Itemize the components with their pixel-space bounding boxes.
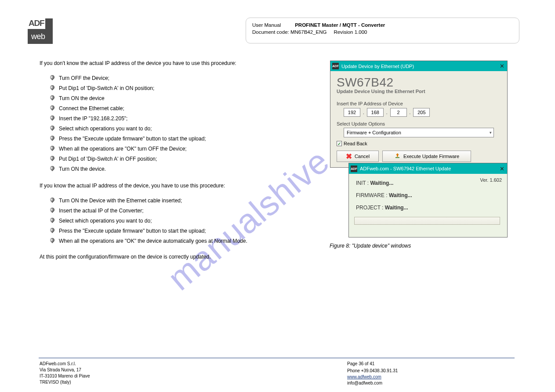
list-item: Turn ON the device bbox=[50, 94, 321, 102]
list-item: Connect the Ethernet cable; bbox=[50, 104, 321, 112]
app-icon: ADF bbox=[351, 165, 357, 172]
footer-address3: TREVISO (Italy) bbox=[40, 379, 90, 385]
list-item: Insert the actual IP of the Converter; bbox=[50, 207, 321, 215]
footer-phone: Phone +39.0438.30.91.31 bbox=[347, 368, 398, 374]
dot-icon: . bbox=[363, 110, 364, 115]
header-infobox: User Manual PROFINET Master / MQTT - Con… bbox=[246, 18, 519, 43]
app-icon: ADF bbox=[332, 63, 339, 69]
header-rev-label: Revision bbox=[334, 29, 353, 35]
status-line: FIRMWARE : Waiting... bbox=[356, 192, 502, 198]
list-item: Press the "Execute update firmware" butt… bbox=[50, 135, 321, 143]
ip-octet-4[interactable] bbox=[413, 108, 430, 117]
intro-p2: At this point the configuration/firmware… bbox=[40, 253, 321, 261]
footer-right: Page 36 of 41 Phone +39.0438.30.91.31 ww… bbox=[347, 361, 398, 386]
dialog2-title: ADFweb.com - SW67942 Ethernet Update bbox=[360, 166, 451, 171]
list-item: Turn OFF the Device; bbox=[50, 74, 321, 82]
cancel-label: Cancel bbox=[355, 154, 370, 159]
steps-list-a: Turn OFF the Device;Put Dip1 of 'Dip-Swi… bbox=[50, 74, 321, 173]
page-number: Page 36 of 41 bbox=[347, 361, 374, 367]
select-label: Select Update Options bbox=[337, 121, 501, 126]
list-item: Put Dip1 of 'Dip-Switch A' in ON positio… bbox=[50, 84, 321, 92]
update-options-select[interactable]: Firmware + Configuration ▾ bbox=[344, 128, 494, 137]
ip-octet-2[interactable] bbox=[367, 108, 384, 117]
list-item: Select which operations you want to do; bbox=[50, 217, 321, 225]
logo-text-top: ADF bbox=[29, 18, 44, 28]
footer-left: ADFweb.com S.r.l. Via Strada Nuova, 17 I… bbox=[40, 361, 90, 385]
footer-website-link[interactable]: www.adfweb.com bbox=[347, 374, 381, 379]
dot-icon: . bbox=[410, 110, 411, 115]
cancel-button[interactable]: ✖ Cancel bbox=[337, 151, 379, 162]
intro-p1a: If you don't know the actual IP address … bbox=[40, 59, 321, 67]
logo-text-bottom: web bbox=[31, 32, 45, 41]
header-doccode-val: MN67B42_ENG bbox=[290, 29, 326, 35]
figure-caption: Figure 8: "Update device" windows bbox=[330, 243, 411, 249]
readback-checkbox[interactable]: ✓ bbox=[337, 141, 342, 146]
update-device-dialog: ADF Update Device by Ethernet (UDP) ✕ SW… bbox=[330, 61, 508, 168]
header-product: PROFINET Master / MQTT - Converter bbox=[295, 22, 385, 28]
dialog1-title: Update Device by Ethernet (UDP) bbox=[341, 64, 414, 69]
logo: ADF web bbox=[28, 18, 53, 44]
execute-update-button[interactable]: Execute Update Firmware bbox=[382, 151, 471, 162]
ethernet-update-dialog: ADF ADFweb.com - SW67942 Ethernet Update… bbox=[348, 163, 508, 237]
upload-icon bbox=[394, 152, 401, 160]
footer-divider bbox=[39, 358, 515, 358]
intro-p1b: If you know the actual IP address of the… bbox=[40, 182, 321, 190]
list-item: Press the "Execute update firmware" butt… bbox=[50, 227, 321, 235]
list-item: Turn ON the device. bbox=[50, 165, 321, 173]
header-doccode-label: Document code: bbox=[252, 29, 289, 35]
close-icon[interactable]: ✕ bbox=[500, 63, 504, 69]
header-rev-val: 1.000 bbox=[355, 29, 367, 35]
footer-company: ADFweb.com S.r.l. bbox=[40, 361, 90, 367]
version-label: Ver. 1.602 bbox=[480, 177, 502, 183]
list-item: When all the operations are "OK" the dev… bbox=[50, 237, 321, 245]
cancel-icon: ✖ bbox=[346, 152, 352, 161]
ip-octet-1[interactable] bbox=[344, 108, 360, 117]
header-line1: User Manual bbox=[252, 22, 281, 28]
ip-label: Insert the IP Address of Device bbox=[337, 101, 501, 106]
close-icon[interactable]: ✕ bbox=[500, 165, 504, 172]
dialog1-subheading: Update Device Using the Ethernet Port bbox=[337, 89, 501, 94]
progress-bar bbox=[354, 217, 500, 225]
ip-row: . . . bbox=[344, 108, 501, 117]
dot-icon: . bbox=[386, 110, 388, 115]
svg-rect-0 bbox=[395, 157, 399, 158]
list-item: Put Dip1 of 'Dip-Switch A' in OFF positi… bbox=[50, 155, 321, 163]
list-item: Turn ON the Device with the Ethernet cab… bbox=[50, 197, 321, 205]
footer-email: info@adfweb.com bbox=[347, 380, 398, 386]
dialog1-titlebar: ADF Update Device by Ethernet (UDP) ✕ bbox=[330, 61, 507, 71]
steps-list-b: Turn ON the Device with the Ethernet cab… bbox=[50, 197, 321, 245]
execute-label: Execute Update Firmware bbox=[403, 154, 459, 159]
footer-address1: Via Strada Nuova, 17 bbox=[40, 367, 90, 373]
list-item: When all the operations are "OK" turn OF… bbox=[50, 145, 321, 153]
list-item: Insert the IP "192.168.2.205"; bbox=[50, 115, 321, 122]
chevron-down-icon: ▾ bbox=[490, 130, 492, 135]
status-line: PROJECT : Waiting... bbox=[356, 205, 502, 211]
main-content: If you don't know the actual IP address … bbox=[40, 59, 321, 264]
ip-octet-3[interactable] bbox=[390, 108, 407, 117]
footer-address2: IT-31010 Mareno di Piave bbox=[40, 373, 90, 379]
list-item: Select which operations you want to do; bbox=[50, 125, 321, 133]
dialog2-titlebar: ADF ADFweb.com - SW67942 Ethernet Update… bbox=[349, 163, 507, 174]
select-value: Firmware + Configuration bbox=[347, 130, 401, 135]
readback-label: Read Back bbox=[344, 141, 367, 146]
dialog1-heading: SW67B42 bbox=[337, 76, 501, 90]
